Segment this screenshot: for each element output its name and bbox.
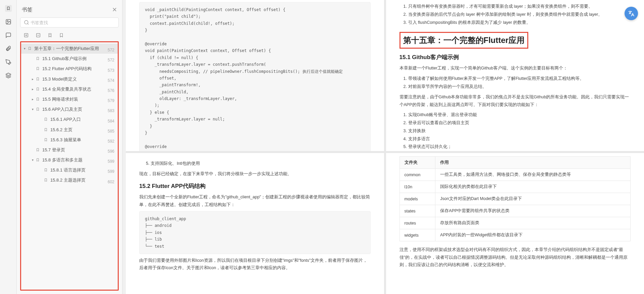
bookmark-item[interactable]: 15.6.2 主页585 [21, 125, 118, 135]
table-row: states保存APP中需要跨组件共享的状态类 [399, 205, 631, 217]
bookmark-page: 585 [108, 129, 114, 134]
remove-bookmark-icon[interactable] [36, 33, 41, 38]
bookmark-label: 15.7 登录页 [42, 147, 115, 153]
table-cell: APP内封装的一些Widget组件都在该目录下 [435, 229, 631, 241]
bookmark-item[interactable]: ▾15.8 多语言和多主题599 [21, 155, 118, 165]
bookmark-item[interactable]: 15.6.3 抽屉菜单592 [21, 135, 118, 145]
list-item: 对前面章节所学内容的一个应用及总结。 [408, 83, 631, 91]
chapter-title: 第十五章：一个完整的Flutter应用 [403, 35, 525, 46]
bookmark-page: 584 [108, 119, 114, 124]
table-cell: 保存APP中需要跨组件共享的状态类 [435, 205, 631, 217]
table-header: 作用 [435, 157, 631, 169]
paragraph: 本章新建一个Flutter工程，实现一个简单的Github客户端。这个实例的主要… [399, 64, 631, 72]
bookmark-icon [44, 178, 49, 182]
page-bottom-left: 5. 支持国际化、Intl包的使用 现在，目标已经确定，在接下来章节中，我们将分… [126, 153, 384, 294]
table-row: l10n国际化相关的类都在此目录下 [399, 181, 631, 193]
expand-arrow-icon[interactable]: ▾ [32, 158, 36, 162]
bookmark-page: 576 [108, 88, 114, 93]
bookmark-label: 15.8.1 语言选择页 [50, 167, 115, 173]
expand-arrow-icon[interactable] [40, 168, 44, 172]
list-item: 登录后可以查看自己的项目主页 [408, 119, 631, 127]
table-cell: Json文件对应的Dart Model类会在此目录下 [435, 193, 631, 205]
bookmark-icon [36, 77, 41, 81]
expand-arrow-icon[interactable] [40, 178, 44, 182]
table-header: 文件夹 [399, 157, 435, 169]
table-row: widgetsAPP内封装的一些Widget组件都在该目录下 [399, 229, 631, 241]
bookmark-icon[interactable] [5, 5, 12, 12]
bookmark-item[interactable]: ▸15.5 网络请求封装579 [21, 94, 118, 104]
bookmark-item[interactable]: ▸15.3 Model类定义574 [21, 74, 118, 84]
svg-marker-2 [6, 73, 11, 76]
table-cell: l10n [399, 181, 435, 193]
list-item: 只有组件树中有变换类容器时，才有可能需要重新合成 layer；如果没有变换类组件… [408, 3, 631, 11]
list-item: 支持换肤 [408, 127, 631, 135]
document-viewer: void _paintChild(PaintingContext context… [126, 0, 644, 294]
bookmark-item[interactable]: 15.8.1 语言选择页599 [21, 165, 118, 175]
bookmark-icon [44, 117, 49, 121]
bookmark-item[interactable]: 15.2 Flutter APP代码结构573 [21, 64, 118, 74]
expand-arrow-icon[interactable]: ▾ [32, 107, 36, 111]
bookmark-label: 15.8.2 主题选择页 [50, 177, 115, 183]
table-cell: widgets [399, 229, 435, 241]
bookmark-outline-icon[interactable] [59, 33, 64, 38]
search-icon [24, 20, 29, 25]
bookmark-tools [20, 31, 119, 41]
expand-arrow-icon[interactable] [32, 67, 36, 70]
bookmark-item[interactable]: 15.7 登录页596 [21, 145, 118, 155]
list-item: 当变换类容器的后代节点会向 layer 树中添加新的绘制类 layer 时，则变… [408, 11, 631, 19]
bookmark-mark-icon[interactable] [48, 33, 52, 38]
expand-arrow-icon[interactable] [40, 128, 44, 132]
expand-arrow-icon[interactable] [40, 138, 44, 142]
close-icon[interactable]: ✕ [112, 6, 117, 13]
bookmark-page: 579 [108, 98, 114, 103]
expand-arrow-icon[interactable] [32, 148, 36, 152]
bookmark-label: 15.3 Model类定义 [42, 76, 115, 82]
expand-arrow-icon[interactable] [32, 57, 36, 60]
layers-icon[interactable] [5, 72, 12, 79]
table-row: common一些工具类，如通用方法类、网络接口类、保存全局变量的静态类等 [399, 169, 631, 181]
page-top-right: 只有组件树中有变换类容器时，才有可能需要重新合成 layer；如果没有变换类组件… [386, 0, 644, 151]
expand-arrow-icon[interactable]: ▸ [32, 77, 36, 81]
bookmark-page: 602 [108, 180, 114, 184]
left-toolbar [0, 0, 17, 294]
sidebar-title: 书签 [22, 6, 33, 13]
table-cell: models [399, 193, 435, 205]
bookmark-item[interactable]: ▾15.6 APP入口及主页583 [21, 104, 118, 114]
pen-icon[interactable] [5, 59, 12, 65]
bookmark-label: 15.2 Flutter APP代码结构 [42, 66, 115, 72]
bookmark-label: 15.6.1 APP入口 [50, 116, 115, 122]
section-title: 15.2 Flutter APP代码结构 [139, 182, 371, 190]
image-icon[interactable] [5, 18, 12, 25]
chat-icon[interactable] [5, 32, 12, 39]
section-title: 15.1 Github客户端示例 [399, 53, 631, 61]
expand-arrow-icon[interactable]: ▸ [32, 97, 36, 101]
table-cell: common [399, 169, 435, 181]
list-item: 登录状态可以持久化； [408, 143, 631, 151]
bookmark-search[interactable] [20, 17, 119, 28]
bookmark-item[interactable]: ▸15.4 全局变量及共享状态576 [21, 84, 118, 94]
bookmark-item[interactable]: 15.8.2 主题选择页602 [21, 175, 118, 185]
expand-arrow-icon[interactable] [40, 117, 44, 121]
table-cell: states [399, 205, 435, 217]
bookmark-item[interactable]: ▾第十五章：一个完整的Flutter应用572 [21, 44, 118, 54]
bookmark-label: 15.8 多语言和多主题 [42, 157, 115, 163]
add-bookmark-icon[interactable] [23, 33, 29, 38]
list-item: 带领读者了解如何使用Flutter来开发一个完整APP，了解Flutter应用开… [408, 75, 631, 83]
search-input[interactable] [31, 20, 115, 25]
bookmark-label: 15.6.2 主页 [50, 127, 115, 133]
bookmark-page: 592 [108, 139, 114, 144]
bookmark-label: 15.6.3 抽屉菜单 [50, 137, 115, 143]
bookmark-icon [36, 87, 41, 91]
attach-icon[interactable] [5, 45, 12, 52]
bookmark-item[interactable]: 15.6.1 APP入口584 [21, 114, 118, 125]
bookmark-tree: ▾第十五章：一个完整的Flutter应用572 15.1 Github客户端示例… [20, 41, 119, 291]
bookmark-item[interactable]: 15.1 Github客户端示例572 [21, 54, 118, 64]
expand-arrow-icon[interactable]: ▾ [24, 47, 28, 50]
bookmark-icon [36, 97, 41, 101]
bookmark-page: 572 [108, 58, 114, 62]
svg-line-4 [28, 23, 29, 24]
folder-table: 文件夹 作用 common一些工具类，如通用方法类、网络接口类、保存全局变量的静… [399, 156, 631, 241]
expand-arrow-icon[interactable]: ▸ [32, 87, 36, 91]
translate-fab[interactable] [625, 7, 638, 20]
bookmark-icon [36, 107, 41, 111]
